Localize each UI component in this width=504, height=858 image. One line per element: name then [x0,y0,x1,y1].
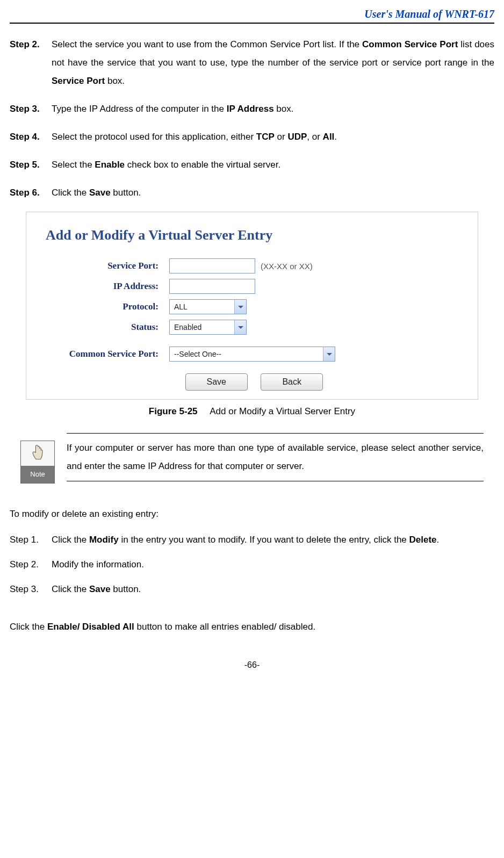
step-body: Click the Save button. [52,184,494,202]
form-row-protocol: Protocol: ALL [46,299,463,314]
modify-steps-list: Step 1. Click the Modify in the entry yo… [10,531,494,599]
pointing-hand-icon [30,444,46,463]
step-label: Step 3. [10,100,52,118]
modify-step-label: Step 1. [10,531,52,549]
service-port-input[interactable] [169,258,255,273]
step-label: Step 4. [10,128,52,146]
note-callout: Note If your computer or server has more… [20,433,484,484]
form-row-ip-address: IP Address: [46,279,463,294]
modify-intro: To modify or delete an existing entry: [10,505,494,523]
form-row-service-port: Service Port: (XX-XX or XX) [46,258,463,273]
back-button[interactable]: Back [261,373,323,391]
caption-text: Add or Modify a Virtual Server Entry [210,406,355,416]
modify-step-body: Click the Save button. [52,580,494,599]
modify-step-row: Step 3. Click the Save button. [10,580,494,599]
note-icon: Note [20,441,58,484]
modify-step-label: Step 3. [10,580,52,599]
save-button[interactable]: Save [185,373,248,391]
common-service-label: Common Service Port: [46,349,169,359]
steps-list: Step 2. Select the service you want to u… [10,35,494,202]
figure-screenshot: Add or Modify a Virtual Server Entry Ser… [26,212,478,400]
caption-label: Figure 5-25 [149,406,198,416]
step-row: Step 3. Type the IP Address of the compu… [10,100,494,118]
figure-caption: Figure 5-25 Add or Modify a Virtual Serv… [10,406,494,417]
ip-address-input[interactable] [169,279,255,294]
status-select-value: Enabled [170,323,234,331]
note-text: If your computer or server has more than… [67,433,484,481]
form-row-common-service: Common Service Port: --Select One-- [46,347,463,362]
ip-address-label: IP Address: [46,281,169,292]
modify-step-body: Click the Modify in the entry you want t… [52,531,494,549]
step-label: Step 2. [10,35,52,90]
figure-heading: Add or Modify a Virtual Server Entry [46,227,463,243]
step-body: Select the protocol used for this applic… [52,128,494,146]
trailing-paragraph: Click the Enable/ Disabled All button to… [10,618,494,636]
status-select[interactable]: Enabled [169,320,247,335]
modify-step-row: Step 2. Modify the information. [10,556,494,574]
step-row: Step 5. Select the Enable check box to e… [10,156,494,174]
page-number: -66- [10,660,494,670]
protocol-label: Protocol: [46,301,169,312]
form-row-status: Status: Enabled [46,320,463,335]
step-body: Select the Enable check box to enable th… [52,156,494,174]
service-port-hint: (XX-XX or XX) [261,262,313,271]
common-service-value: --Select One-- [170,350,323,358]
chevron-down-icon [234,300,246,314]
modify-step-body: Modify the information. [52,556,494,574]
step-label: Step 6. [10,184,52,202]
note-badge-label: Note [21,466,54,483]
page-header-title: User's Manual of WNRT-617 [10,8,494,24]
protocol-select[interactable]: ALL [169,299,247,314]
step-row: Step 4. Select the protocol used for thi… [10,128,494,146]
step-label: Step 5. [10,156,52,174]
chevron-down-icon [234,320,246,334]
step-body: Select the service you want to use from … [52,35,494,90]
step-row: Step 6. Click the Save button. [10,184,494,202]
modify-step-row: Step 1. Click the Modify in the entry yo… [10,531,494,549]
modify-step-label: Step 2. [10,556,52,574]
step-row: Step 2. Select the service you want to u… [10,35,494,90]
step-body: Type the IP Address of the computer in t… [52,100,494,118]
common-service-select[interactable]: --Select One-- [169,347,335,362]
protocol-select-value: ALL [170,302,234,311]
chevron-down-icon [323,347,335,361]
service-port-label: Service Port: [46,261,169,271]
status-label: Status: [46,322,169,333]
button-row: Save Back [46,373,463,391]
